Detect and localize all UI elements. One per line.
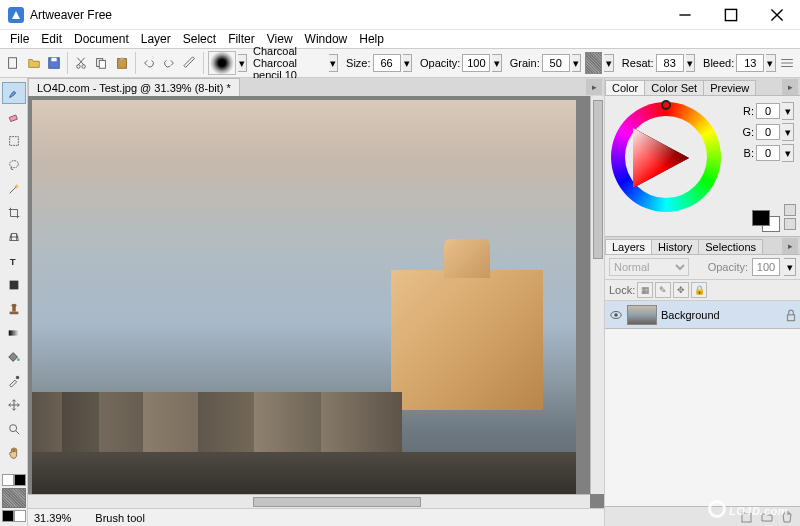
paste-button[interactable] — [113, 51, 131, 75]
layer-opacity-input[interactable] — [752, 258, 780, 276]
swatch-white[interactable] — [2, 474, 14, 486]
horizontal-scrollbar[interactable] — [28, 494, 590, 508]
redo-button[interactable] — [160, 51, 178, 75]
window-maximize-button[interactable] — [708, 0, 754, 30]
bleed-input[interactable] — [736, 54, 764, 72]
selection-rect-tool[interactable] — [2, 130, 26, 152]
default-colors-icon[interactable] — [784, 218, 796, 230]
copy-button[interactable] — [92, 51, 110, 75]
brush-settings-button[interactable] — [180, 51, 198, 75]
app-icon — [8, 7, 24, 23]
layer-opacity-dropdown[interactable]: ▾ — [784, 258, 796, 276]
svg-point-24 — [15, 376, 19, 380]
document-tab[interactable]: LO4D.com - Test.jpg @ 31.39% (8-bit) * — [28, 78, 240, 96]
zoom-tool[interactable] — [2, 418, 26, 440]
document-tab-menu-button[interactable]: ▸ — [586, 79, 602, 95]
grain-pattern-swatch[interactable] — [585, 52, 602, 74]
vertical-scroll-thumb[interactable] — [593, 100, 603, 259]
new-layer-button[interactable] — [738, 509, 756, 525]
svg-rect-11 — [100, 60, 106, 68]
grain-input[interactable] — [542, 54, 570, 72]
opacity-input[interactable] — [462, 54, 490, 72]
menu-document[interactable]: Document — [68, 31, 135, 47]
open-file-button[interactable] — [24, 51, 42, 75]
delete-layer-button[interactable] — [778, 509, 796, 525]
window-minimize-button[interactable] — [662, 0, 708, 30]
lasso-tool[interactable] — [2, 154, 26, 176]
bg-color-swatch[interactable] — [14, 510, 26, 522]
tab-history[interactable]: History — [651, 239, 699, 254]
grain-pattern-dropdown[interactable]: ▾ — [604, 54, 613, 72]
move-tool[interactable] — [2, 394, 26, 416]
brush-category-dropdown[interactable]: ▾ — [238, 54, 247, 72]
stamp-tool[interactable] — [2, 298, 26, 320]
menu-layer[interactable]: Layer — [135, 31, 177, 47]
paper-texture-swatch[interactable] — [2, 488, 26, 508]
lock-position-button[interactable]: ✥ — [673, 282, 689, 298]
canvas-image[interactable] — [32, 100, 576, 504]
lock-all-button[interactable]: 🔒 — [691, 282, 707, 298]
b-dropdown[interactable]: ▾ — [782, 144, 794, 162]
size-dropdown[interactable]: ▾ — [403, 54, 412, 72]
menu-edit[interactable]: Edit — [35, 31, 68, 47]
toolbar-menu-button[interactable] — [778, 51, 796, 75]
shape-tool[interactable] — [2, 274, 26, 296]
new-file-button[interactable] — [4, 51, 22, 75]
svg-point-8 — [77, 65, 81, 69]
lock-pixels-button[interactable]: ✎ — [655, 282, 671, 298]
bleed-dropdown[interactable]: ▾ — [766, 54, 775, 72]
magic-wand-tool[interactable] — [2, 178, 26, 200]
tab-color[interactable]: Color — [605, 80, 645, 95]
tab-preview[interactable]: Preview — [703, 80, 756, 95]
g-input[interactable] — [756, 124, 780, 140]
new-group-button[interactable] — [758, 509, 776, 525]
vertical-scrollbar[interactable] — [590, 96, 604, 494]
dropper-tool[interactable] — [2, 370, 26, 392]
fg-color-swatch[interactable] — [2, 510, 14, 522]
window-close-button[interactable] — [754, 0, 800, 30]
layer-visibility-icon[interactable] — [609, 308, 623, 322]
save-file-button[interactable] — [45, 51, 63, 75]
color-wheel[interactable] — [611, 102, 721, 212]
tab-color-set[interactable]: Color Set — [644, 80, 704, 95]
horizontal-scroll-thumb[interactable] — [253, 497, 422, 507]
eraser-tool[interactable] — [2, 106, 26, 128]
b-input[interactable] — [756, 145, 780, 161]
blend-mode-select[interactable]: Normal — [609, 258, 689, 276]
hue-cursor-icon[interactable] — [661, 100, 671, 110]
r-input[interactable] — [756, 103, 780, 119]
tab-layers[interactable]: Layers — [605, 239, 652, 254]
resat-dropdown[interactable]: ▾ — [686, 54, 695, 72]
hand-tool[interactable] — [2, 442, 26, 464]
swap-colors-icon[interactable] — [784, 204, 796, 216]
menu-select[interactable]: Select — [177, 31, 222, 47]
svg-text:T: T — [9, 256, 15, 267]
perspective-tool[interactable] — [2, 226, 26, 248]
r-dropdown[interactable]: ▾ — [782, 102, 794, 120]
menu-help[interactable]: Help — [353, 31, 390, 47]
opacity-dropdown[interactable]: ▾ — [492, 54, 501, 72]
canvas-viewport[interactable] — [28, 96, 604, 508]
text-tool[interactable]: T — [2, 250, 26, 272]
layers-panel-menu-button[interactable]: ▸ — [782, 238, 798, 254]
tab-selections[interactable]: Selections — [698, 239, 763, 254]
grain-dropdown[interactable]: ▾ — [572, 54, 581, 72]
crop-tool[interactable] — [2, 202, 26, 224]
foreground-color-swatch[interactable] — [752, 210, 770, 226]
fill-tool[interactable] — [2, 346, 26, 368]
gradient-tool[interactable] — [2, 322, 26, 344]
color-panel-menu-button[interactable]: ▸ — [782, 79, 798, 95]
swatch-black[interactable] — [14, 474, 26, 486]
color-swatch-pair[interactable] — [752, 210, 780, 232]
size-input[interactable] — [373, 54, 401, 72]
g-dropdown[interactable]: ▾ — [782, 123, 794, 141]
brush-tool[interactable] — [2, 82, 26, 104]
cut-button[interactable] — [72, 51, 90, 75]
menu-file[interactable]: File — [4, 31, 35, 47]
layer-item[interactable]: Background — [605, 301, 800, 329]
lock-transparency-button[interactable]: ▦ — [637, 282, 653, 298]
brush-variant-dropdown[interactable]: ▾ — [329, 54, 338, 72]
undo-button[interactable] — [140, 51, 158, 75]
resat-input[interactable] — [656, 54, 684, 72]
brush-preview-swatch[interactable] — [208, 51, 236, 75]
